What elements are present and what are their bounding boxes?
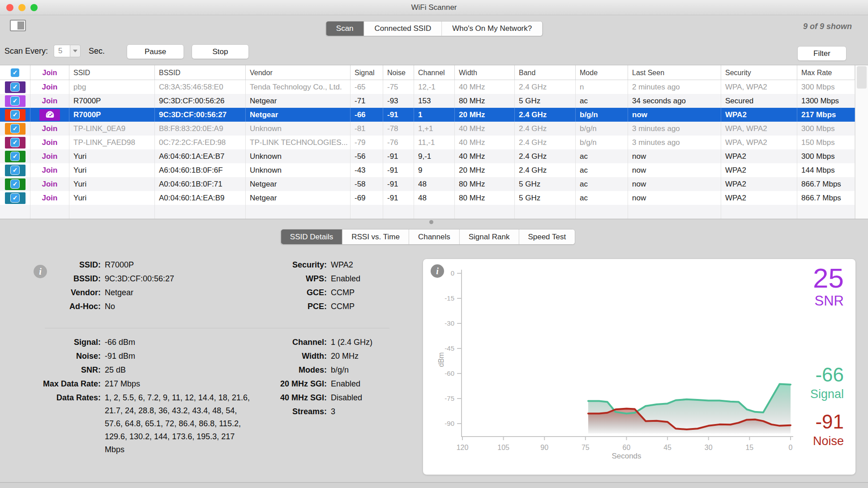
- column-header-ssid[interactable]: SSID: [69, 65, 155, 80]
- column-header-bssid[interactable]: BSSID: [155, 65, 246, 80]
- detail-tab-signal-rank[interactable]: Signal Rank: [460, 229, 519, 244]
- scan-interval-select[interactable]: 5: [54, 45, 81, 57]
- join-button[interactable]: Join: [30, 149, 69, 163]
- sidebar-toggle-icon[interactable]: [10, 20, 26, 31]
- row-checkbox[interactable]: ✓: [10, 82, 20, 92]
- row-checkbox[interactable]: ✓: [10, 193, 20, 203]
- detail-tab-speed-test[interactable]: Speed Test: [519, 229, 575, 244]
- cell-vendor: Unknown: [246, 163, 351, 177]
- cell-last-seen: 2 minutes ago: [628, 80, 721, 94]
- cell-ssid: R7000P: [69, 94, 155, 108]
- cell-signal: -69: [351, 191, 383, 205]
- row-select-cell[interactable]: ✓: [0, 122, 30, 136]
- channel-color-swatch: ✓: [5, 151, 26, 162]
- svg-text:-90: -90: [445, 420, 454, 427]
- join-button[interactable]: Join: [30, 122, 69, 136]
- column-header-mode[interactable]: Mode: [576, 65, 628, 80]
- snr-label: SNR: [810, 294, 844, 308]
- tab-scan[interactable]: Scan: [326, 21, 364, 36]
- join-button[interactable]: Join: [30, 163, 69, 177]
- cell-ssid: Yuri: [69, 149, 155, 163]
- svg-text:Seconds: Seconds: [611, 452, 641, 460]
- cell-last-seen: 3 minutes ago: [628, 122, 721, 136]
- tab-who-s-on-my-network[interactable]: Who's On My Network?: [442, 21, 542, 36]
- column-header-band[interactable]: Band: [515, 65, 576, 80]
- svg-text:0: 0: [789, 444, 793, 451]
- row-select-cell[interactable]: ✓: [0, 163, 30, 177]
- column-header-select[interactable]: ✓: [0, 65, 30, 80]
- select-all-checkbox[interactable]: ✓: [10, 68, 20, 77]
- cell-vendor: Unknown: [246, 122, 351, 136]
- row-select-cell[interactable]: ✓: [0, 191, 30, 205]
- column-header-security[interactable]: Security: [721, 65, 797, 80]
- speed-gauge-button[interactable]: [30, 108, 69, 122]
- column-header-join[interactable]: Join: [30, 65, 69, 80]
- column-header-width[interactable]: Width: [455, 65, 515, 80]
- table-row[interactable]: ✓JoinYuriA6:04:60:1A:EA:B7Unknown-56-919…: [0, 149, 855, 163]
- pause-button[interactable]: Pause: [127, 44, 184, 59]
- cell-band: 2.4 GHz: [515, 108, 576, 122]
- column-header-noise[interactable]: Noise: [383, 65, 414, 80]
- column-header-signal[interactable]: Signal: [351, 65, 383, 80]
- column-header-channel[interactable]: Channel: [414, 65, 455, 80]
- detail-tab-ssid-details[interactable]: SSID Details: [281, 229, 342, 244]
- cell-security: WPA2: [721, 108, 797, 122]
- rssi-chart-panel: 0-15-30-45-60-75-901201059075604530150dB…: [423, 259, 856, 475]
- window-footer: [0, 482, 868, 488]
- join-button[interactable]: Join: [30, 80, 69, 94]
- cell-signal: -71: [351, 94, 383, 108]
- cell-security: WPA, WPA2: [721, 136, 797, 149]
- cell-width: 80 MHz: [455, 191, 515, 205]
- table-row[interactable]: ✓JoinTP-LINK_0EA9B8:F8:83:20:0E:A9Unknow…: [0, 122, 855, 136]
- table-row[interactable]: ✓R7000P9C:3D:CF:00:56:27Netgear-66-91120…: [0, 108, 855, 122]
- stop-button[interactable]: Stop: [192, 44, 249, 59]
- channel-color-swatch: ✓: [5, 165, 26, 176]
- empty-cell: [721, 205, 797, 219]
- column-header-vendor[interactable]: Vendor: [246, 65, 351, 80]
- row-select-cell[interactable]: ✓: [0, 108, 30, 122]
- column-header-last-seen[interactable]: Last Seen: [628, 65, 721, 80]
- row-checkbox[interactable]: ✓: [10, 165, 20, 175]
- row-select-cell[interactable]: ✓: [0, 177, 30, 191]
- cell-band: 2.4 GHz: [515, 163, 576, 177]
- join-button[interactable]: Join: [30, 136, 69, 149]
- row-select-cell[interactable]: ✓: [0, 94, 30, 108]
- join-button[interactable]: Join: [30, 177, 69, 191]
- row-select-cell[interactable]: ✓: [0, 80, 30, 94]
- cell-max-rate: 150 Mbps: [797, 136, 855, 149]
- row-select-cell[interactable]: ✓: [0, 136, 30, 149]
- detail-tab-rssi-vs-time[interactable]: RSSI vs. Time: [342, 229, 409, 244]
- row-checkbox[interactable]: ✓: [10, 138, 20, 147]
- cell-mode: ac: [576, 163, 628, 177]
- join-button[interactable]: Join: [30, 94, 69, 108]
- table-header-row: ✓JoinSSIDBSSIDVendorSignalNoiseChannelWi…: [0, 65, 855, 80]
- row-checkbox[interactable]: ✓: [10, 179, 20, 189]
- scrollbar-thumb[interactable]: [857, 66, 867, 89]
- chart-info-icon[interactable]: i: [431, 264, 444, 278]
- svg-text:90: 90: [540, 444, 548, 451]
- join-button[interactable]: Join: [30, 191, 69, 205]
- detail-value: 20 MHz: [331, 349, 423, 363]
- row-checkbox[interactable]: ✓: [10, 110, 20, 119]
- row-checkbox[interactable]: ✓: [10, 152, 20, 161]
- table-row[interactable]: ✓JoinYuriA0:04:60:1A:EA:B9Netgear-69-914…: [0, 191, 855, 205]
- detail-tab-channels[interactable]: Channels: [409, 229, 460, 244]
- gauge-icon: [39, 109, 60, 121]
- row-select-cell[interactable]: ✓: [0, 149, 30, 163]
- table-row[interactable]: ✓JoinR7000P9C:3D:CF:00:56:26Netgear-71-9…: [0, 94, 855, 108]
- table-scrollbar[interactable]: [855, 65, 868, 219]
- detail-value: Enabled: [331, 272, 423, 286]
- detail-value: 3: [331, 405, 423, 419]
- table-row[interactable]: ✓JoinTP-LINK_FAED980C:72:2C:FA:ED:98TP-L…: [0, 136, 855, 149]
- row-checkbox[interactable]: ✓: [10, 96, 20, 106]
- row-checkbox[interactable]: ✓: [10, 124, 20, 133]
- column-header-max-rate[interactable]: Max Rate: [797, 65, 855, 80]
- filter-button[interactable]: Filter: [797, 46, 847, 61]
- cell-noise: -91: [383, 177, 414, 191]
- table-row[interactable]: ✓JoinpbgC8:3A:35:46:58:E0Tenda Technolog…: [0, 80, 855, 94]
- detail-value: CCMP: [331, 300, 423, 314]
- tab-connected-ssid[interactable]: Connected SSID: [364, 21, 442, 36]
- table-row[interactable]: ✓JoinYuriA6:04:60:1B:0F:6FUnknown-43-919…: [0, 163, 855, 177]
- table-row[interactable]: ✓JoinYuriA0:04:60:1B:0F:71Netgear-58-914…: [0, 177, 855, 191]
- cell-width: 80 MHz: [455, 94, 515, 108]
